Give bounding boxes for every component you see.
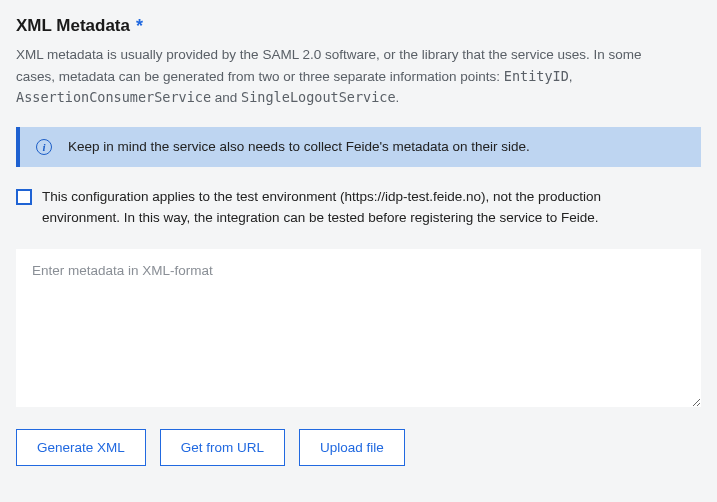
test-environment-checkbox-row: This configuration applies to the test e…: [16, 187, 701, 229]
description-end: .: [396, 90, 400, 105]
description-sep1: ,: [569, 69, 573, 84]
upload-file-button[interactable]: Upload file: [299, 429, 405, 466]
test-environment-checkbox-label: This configuration applies to the test e…: [42, 187, 682, 229]
section-description: XML metadata is usually provided by the …: [16, 44, 676, 109]
description-code-slo: SingleLogoutService: [241, 89, 395, 105]
description-code-entityid: EntityID: [504, 68, 569, 84]
description-sep2: and: [211, 90, 241, 105]
description-code-acs: AssertionConsumerService: [16, 89, 211, 105]
generate-xml-button[interactable]: Generate XML: [16, 429, 146, 466]
section-heading: XML Metadata *: [16, 16, 701, 36]
required-asterisk: *: [136, 17, 143, 35]
action-button-row: Generate XML Get from URL Upload file: [16, 429, 701, 466]
test-environment-checkbox[interactable]: [16, 189, 32, 205]
info-banner-text: Keep in mind the service also needs to c…: [68, 139, 530, 154]
get-from-url-button[interactable]: Get from URL: [160, 429, 285, 466]
info-icon: i: [36, 139, 52, 155]
info-banner: i Keep in mind the service also needs to…: [16, 127, 701, 167]
heading-text: XML Metadata: [16, 16, 130, 36]
xml-metadata-textarea[interactable]: [16, 249, 701, 407]
